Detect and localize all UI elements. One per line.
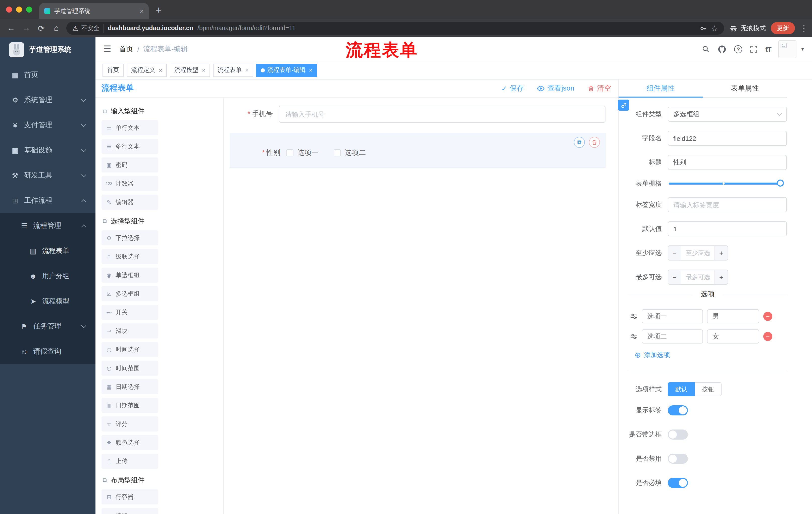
avatar-caret-icon[interactable]: ▾ bbox=[801, 46, 804, 52]
option-1-label-input[interactable] bbox=[642, 309, 703, 323]
palette-item-cascader[interactable]: ⋔级联选择 bbox=[102, 249, 158, 264]
tag-process-form[interactable]: 流程表单 × bbox=[213, 64, 253, 77]
option-1-value-input[interactable] bbox=[707, 309, 759, 323]
help-icon[interactable]: ? bbox=[734, 45, 743, 53]
minimize-window-button[interactable] bbox=[16, 6, 22, 12]
close-window-button[interactable] bbox=[6, 6, 12, 12]
checkbox-unchecked-icon[interactable] bbox=[286, 150, 293, 156]
slider-handle[interactable] bbox=[777, 180, 784, 187]
form-grid-slider[interactable] bbox=[669, 183, 783, 185]
palette-item-single-line-text[interactable]: ▭单行文本 bbox=[102, 120, 158, 135]
github-icon[interactable] bbox=[718, 45, 727, 54]
drag-handle-icon[interactable] bbox=[630, 312, 638, 320]
browser-tab[interactable]: 芋道管理系统 × bbox=[39, 3, 149, 19]
palette-item-upload[interactable]: ↥上传 bbox=[102, 454, 158, 469]
tag-process-definition[interactable]: 流程定义 × bbox=[127, 64, 167, 77]
avatar[interactable] bbox=[779, 40, 797, 58]
palette-item-editor[interactable]: ✎编辑器 bbox=[102, 195, 158, 210]
tab-close-icon[interactable]: × bbox=[140, 7, 144, 15]
palette-item-time-picker[interactable]: ◷时间选择 bbox=[102, 342, 158, 357]
checkbox-unchecked-icon[interactable] bbox=[334, 150, 341, 156]
browser-menu-icon[interactable]: ⋮ bbox=[800, 23, 806, 33]
sidebar-logo[interactable]: 芋道管理系统 bbox=[0, 37, 95, 62]
palette-item-color-picker[interactable]: ❖颜色选择 bbox=[102, 435, 158, 450]
tag-close-icon[interactable]: × bbox=[202, 66, 205, 74]
phone-field-input[interactable] bbox=[279, 106, 606, 123]
search-icon[interactable] bbox=[702, 45, 710, 53]
tab-component-props[interactable]: 组件属性 bbox=[618, 79, 703, 97]
gender-option-2[interactable]: 选项二 bbox=[334, 148, 366, 157]
required-toggle[interactable] bbox=[668, 478, 688, 488]
sidebar-item-process-form[interactable]: ▤ 流程表单 bbox=[0, 238, 95, 264]
breadcrumb-home[interactable]: 首页 bbox=[119, 45, 134, 54]
remove-option-button[interactable]: − bbox=[763, 332, 772, 341]
link-anchor-button[interactable] bbox=[618, 100, 629, 111]
option-2-value-input[interactable] bbox=[707, 329, 759, 344]
key-icon[interactable] bbox=[699, 24, 707, 32]
new-tab-button[interactable]: + bbox=[149, 4, 169, 19]
design-canvas[interactable]: 手机号 ⧉ bbox=[224, 98, 618, 514]
sidebar-item-payment[interactable]: ¥ 支付管理 bbox=[0, 113, 95, 138]
sidebar-item-leave-query[interactable]: ☺ 请假查询 bbox=[0, 339, 95, 364]
max-select-value[interactable]: 最多可选 bbox=[682, 270, 715, 284]
sidebar-item-workflow[interactable]: ⊞ 工作流程 bbox=[0, 188, 95, 213]
disabled-toggle[interactable] bbox=[668, 454, 688, 464]
back-icon[interactable]: ← bbox=[6, 24, 16, 33]
tag-close-icon[interactable]: × bbox=[245, 66, 249, 74]
sidebar-item-user-group[interactable]: ☻ 用户分组 bbox=[0, 264, 95, 289]
forward-icon[interactable]: → bbox=[21, 24, 31, 33]
decrease-button[interactable]: − bbox=[668, 246, 682, 260]
component-type-select[interactable]: 多选框组 bbox=[668, 107, 787, 122]
reload-icon[interactable]: ⟳ bbox=[36, 23, 46, 33]
tag-close-icon[interactable]: × bbox=[309, 66, 313, 74]
sidebar-item-system[interactable]: ⚙ 系统管理 bbox=[0, 87, 95, 113]
border-toggle[interactable] bbox=[668, 430, 688, 439]
duplicate-field-button[interactable]: ⧉ bbox=[574, 137, 585, 148]
title-input[interactable] bbox=[668, 155, 787, 170]
sidebar-item-task-management[interactable]: ⚑ 任务管理 bbox=[0, 314, 95, 339]
decrease-button[interactable]: − bbox=[668, 270, 682, 284]
style-default-button[interactable]: 默认 bbox=[668, 382, 695, 396]
sidebar-item-devtools[interactable]: ⚒ 研发工具 bbox=[0, 163, 95, 188]
show-label-toggle[interactable] bbox=[668, 405, 688, 415]
security-chip[interactable]: ⚠ 不安全 bbox=[72, 24, 104, 32]
min-select-value[interactable]: 至少应选 bbox=[682, 246, 715, 260]
palette-item-dropdown[interactable]: ⊙下拉选择 bbox=[102, 231, 158, 245]
label-width-input[interactable] bbox=[668, 197, 787, 212]
fullscreen-icon[interactable] bbox=[750, 45, 758, 53]
increase-button[interactable]: + bbox=[715, 270, 728, 284]
style-button-button[interactable]: 按钮 bbox=[695, 382, 722, 396]
sidebar-item-home[interactable]: ▦ 首页 bbox=[0, 62, 95, 87]
bookmark-star-icon[interactable]: ☆ bbox=[711, 23, 718, 33]
font-size-icon[interactable]: tT bbox=[765, 45, 771, 53]
palette-item-date-range[interactable]: ▥日期范围 bbox=[102, 398, 158, 413]
tag-process-form-edit[interactable]: 流程表单-编辑 × bbox=[256, 64, 317, 77]
palette-item-switch[interactable]: ⊷开关 bbox=[102, 305, 158, 320]
palette-item-checkbox-group[interactable]: ☑多选框组 bbox=[102, 286, 158, 301]
option-2-label-input[interactable] bbox=[642, 329, 703, 344]
tab-form-props[interactable]: 表单属性 bbox=[703, 79, 787, 97]
palette-item-time-range[interactable]: ◴时间范围 bbox=[102, 360, 158, 376]
palette-item-button[interactable]: ▱按钮 bbox=[102, 508, 158, 514]
canvas-field-gender-selected[interactable]: ⧉ 性别 bbox=[230, 133, 606, 168]
palette-item-password[interactable]: ▣密码 bbox=[102, 157, 158, 172]
palette-item-row-container[interactable]: ⊞行容器 bbox=[102, 489, 158, 505]
hamburger-icon[interactable]: ☰ bbox=[104, 44, 111, 54]
home-icon[interactable]: ⌂ bbox=[51, 24, 61, 33]
tag-home[interactable]: 首页 bbox=[103, 64, 124, 77]
sidebar-item-infra[interactable]: ▣ 基础设施 bbox=[0, 138, 95, 163]
address-bar[interactable]: ⚠ 不安全 dashboard.yudao.iocoder.cn /bpm/ma… bbox=[66, 22, 724, 35]
palette-item-slider[interactable]: ⊸滑块 bbox=[102, 323, 158, 339]
add-option-button[interactable]: ⊕ 添加选项 bbox=[635, 351, 670, 360]
default-value-input[interactable] bbox=[668, 221, 787, 236]
tag-process-model[interactable]: 流程模型 × bbox=[170, 64, 210, 77]
sidebar-item-process-model[interactable]: ➤ 流程模型 bbox=[0, 289, 95, 314]
palette-item-multi-line-text[interactable]: ▤多行文本 bbox=[102, 139, 158, 154]
drag-handle-icon[interactable] bbox=[630, 332, 638, 341]
palette-item-date-picker[interactable]: ▦日期选择 bbox=[102, 379, 158, 394]
field-name-input[interactable] bbox=[668, 131, 787, 146]
save-button[interactable]: ✓ 保存 bbox=[501, 84, 524, 93]
view-json-button[interactable]: 查看json bbox=[537, 84, 574, 93]
palette-item-rate[interactable]: ☆评分 bbox=[102, 416, 158, 432]
increase-button[interactable]: + bbox=[715, 246, 728, 260]
